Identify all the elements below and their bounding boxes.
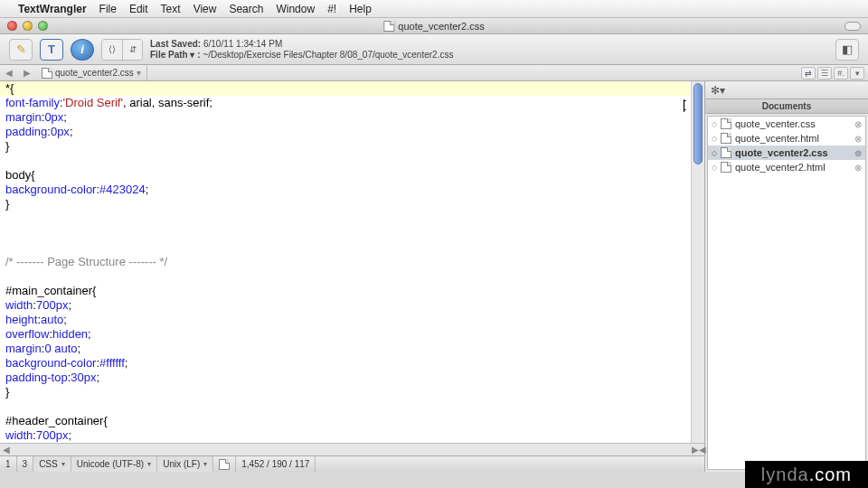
status-col: 3 <box>17 456 34 472</box>
code-line[interactable] <box>5 399 699 414</box>
close-window-button[interactable] <box>7 21 17 31</box>
marker-button[interactable]: ☰ <box>817 67 832 80</box>
menu-window[interactable]: Window <box>276 3 315 15</box>
code-line[interactable]: #main_container{ <box>5 284 699 298</box>
diamond-icon: ◇ <box>712 164 717 172</box>
edit-button[interactable]: ✎ <box>9 39 33 61</box>
watermark: lynda.com <box>745 461 868 488</box>
close-document-icon[interactable]: ⊗ <box>854 163 862 173</box>
code-line[interactable]: margin:0 auto; <box>5 342 699 356</box>
code-line[interactable]: padding:0px; <box>5 125 699 139</box>
watermark-a: lynda <box>761 465 809 485</box>
menu-view[interactable]: View <box>193 3 217 15</box>
status-encoding-picker[interactable]: Unicode (UTF-8) <box>71 456 157 472</box>
traffic-lights <box>7 21 48 31</box>
file-path-label[interactable]: File Path ▾ : <box>150 50 201 60</box>
close-document-icon[interactable]: ⊗ <box>854 148 862 158</box>
tab-dropdown-icon[interactable]: ▾ <box>137 68 141 78</box>
code-line[interactable]: #header_container{ <box>5 414 699 428</box>
code-line[interactable]: *{ <box>5 81 699 96</box>
editor-pane: *{font-family:'Droid Serif', arial, sans… <box>0 81 705 472</box>
document-icon <box>383 21 394 32</box>
status-language-picker[interactable]: CSS <box>33 456 71 472</box>
document-icon <box>721 162 731 173</box>
gear-icon[interactable]: ✻▾ <box>711 84 725 97</box>
last-saved-value: 6/10/11 1:34:14 PM <box>203 39 282 49</box>
code-line[interactable] <box>5 154 699 168</box>
sidebar-toggle-button[interactable]: ◧ <box>835 39 859 61</box>
document-icon <box>42 68 52 79</box>
menu-shebang[interactable]: #! <box>327 3 336 15</box>
menu-file[interactable]: File <box>99 3 117 15</box>
document-list-item[interactable]: ◇quote_vcenter2.html⊗ <box>708 160 865 174</box>
code-line[interactable]: padding-top:30px; <box>5 371 699 385</box>
zoom-window-button[interactable] <box>38 21 48 31</box>
hscroll-right-icon[interactable]: ▶◀ <box>692 445 704 455</box>
code-line[interactable]: } <box>5 385 699 399</box>
last-saved-label: Last Saved: <box>150 39 201 49</box>
document-tabbar: ◀ ▶ quote_vcenter2.css ▾ ⇄ ☰ #. ▾ <box>0 65 868 81</box>
view-mode-a[interactable]: ⟨⟩ <box>102 40 122 60</box>
code-line[interactable] <box>5 240 699 255</box>
menubar: TextWrangler File Edit Text View Search … <box>0 0 868 18</box>
text-options-button[interactable]: T <box>40 39 63 61</box>
horizontal-scrollbar[interactable]: ◀ ▶◀ <box>0 443 704 455</box>
hscroll-left-icon[interactable]: ◀ <box>0 445 13 455</box>
nav-forward-button[interactable]: ▶ <box>18 68 36 78</box>
window-titlebar: quote_vcenter2.css <box>0 18 868 34</box>
status-lineending-picker[interactable]: Unix (LF) <box>157 456 213 472</box>
file-info: Last Saved: 6/10/11 1:34:14 PM File Path… <box>150 39 453 61</box>
menu-search[interactable]: Search <box>229 3 263 15</box>
info-button[interactable]: i <box>71 39 94 61</box>
status-doc-icon[interactable] <box>213 456 236 472</box>
close-document-icon[interactable]: ⊗ <box>854 134 862 144</box>
code-line[interactable]: } <box>5 197 699 211</box>
document-list-item[interactable]: ◇quote_vcenter.css⊗ <box>708 117 865 131</box>
code-line[interactable]: width:700px; <box>5 298 699 313</box>
code-line[interactable]: width:700px; <box>5 428 699 443</box>
drawer-toolbar: ✻▾ <box>705 81 868 99</box>
view-mode-b[interactable]: ⇵ <box>122 40 142 60</box>
file-path-value: ~/Desktop/Exercise Files/Chapter 8/08_07… <box>203 50 453 60</box>
code-line[interactable] <box>5 226 699 240</box>
code-line[interactable]: overflow:hidden; <box>5 327 699 342</box>
code-line[interactable]: font-family:'Droid Serif', arial, sans-s… <box>5 96 699 110</box>
counterpart-button[interactable]: ⇄ <box>801 67 816 80</box>
code-line[interactable]: background-color:#ffffff; <box>5 356 699 371</box>
app-menu[interactable]: TextWrangler <box>18 3 87 15</box>
diamond-icon: ◇ <box>712 149 717 157</box>
code-line[interactable]: margin:0px; <box>5 110 699 125</box>
code-line[interactable]: background-color:#423024; <box>5 183 699 197</box>
status-row: 1 <box>0 456 17 472</box>
document-name: quote_vcenter2.css <box>735 147 851 158</box>
toolbar-toggle-button[interactable] <box>844 22 861 31</box>
document-name: quote_vcenter.css <box>735 118 851 129</box>
active-document-tab[interactable]: quote_vcenter2.css ▾ <box>36 65 147 80</box>
document-icon <box>721 118 731 129</box>
code-line[interactable]: height:auto; <box>5 313 699 327</box>
document-list-item[interactable]: ◇quote_vcenter.html⊗ <box>708 131 865 145</box>
nav-back-button[interactable]: ◀ <box>0 68 18 78</box>
menu-edit[interactable]: Edit <box>129 3 148 15</box>
document-icon <box>721 147 731 158</box>
split-button[interactable]: ▾ <box>850 67 864 80</box>
menu-text[interactable]: Text <box>161 3 181 15</box>
document-list-item[interactable]: ◇quote_vcenter2.css⊗ <box>708 145 865 160</box>
code-line[interactable]: } <box>5 139 699 154</box>
diamond-icon: ◇ <box>712 135 717 143</box>
code-line[interactable] <box>5 211 699 226</box>
function-popup-button[interactable]: #. <box>834 67 848 80</box>
minimize-window-button[interactable] <box>23 21 33 31</box>
document-icon <box>219 459 230 470</box>
close-document-icon[interactable]: ⊗ <box>854 119 862 129</box>
drawer-header: Documents <box>705 99 868 114</box>
code-line[interactable]: body{ <box>5 168 699 183</box>
code-line[interactable] <box>5 269 699 284</box>
menu-help[interactable]: Help <box>349 3 372 15</box>
statusbar: 1 3 CSS Unicode (UTF-8) Unix (LF) 1,452 … <box>0 455 704 472</box>
code-editor[interactable]: *{font-family:'Droid Serif', arial, sans… <box>0 81 704 443</box>
code-line[interactable]: /* ------- Page Structure ------- */ <box>5 255 699 269</box>
document-icon <box>721 133 731 144</box>
view-mode-segment[interactable]: ⟨⟩ ⇵ <box>101 39 143 61</box>
diamond-icon: ◇ <box>712 120 717 128</box>
